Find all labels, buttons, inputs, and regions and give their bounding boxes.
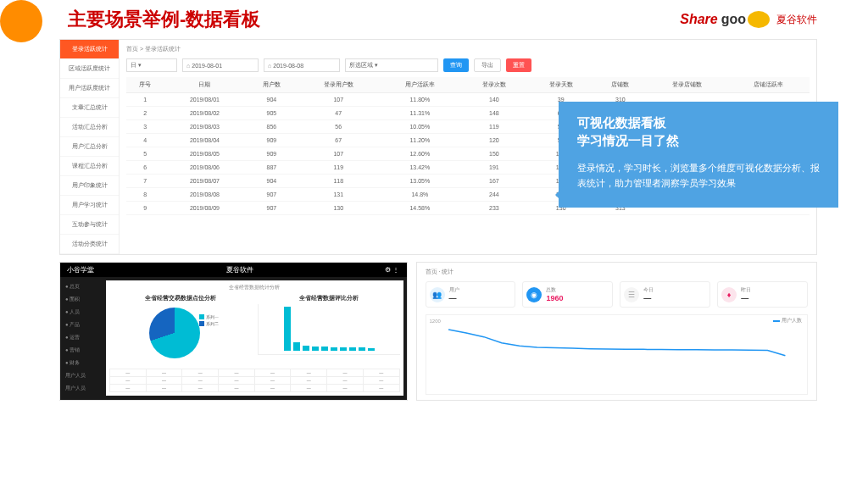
pie-title: 全省经营交易数据点位分析 [109, 294, 251, 302]
dark-subtitle: 全省经营数据统计分析 [109, 284, 400, 291]
sidebar-item[interactable]: 活动分类统计 [60, 235, 119, 254]
sidebar-item[interactable]: 用户学习统计 [60, 196, 119, 215]
users-icon: 👥 [430, 287, 445, 302]
col-header: 登录店铺数 [647, 77, 728, 93]
reset-button[interactable]: 重置 [506, 58, 531, 72]
dark-title: 夏谷软件 [226, 265, 253, 274]
logo-cn-text: 夏谷软件 [776, 13, 817, 27]
callout-title: 可视化数据看板 [577, 115, 823, 131]
sidebar-item[interactable]: 互动参与统计 [60, 215, 119, 235]
date-to-input[interactable]: 2019-08-08 [264, 58, 340, 72]
dside-item[interactable]: ● 运营 [64, 331, 99, 344]
dark-dashboard: 小谷学堂 夏谷软件 ⚙ ⋮ ● 总页 ● 面积 ● 人员 ● 产品 ● 运营 ●… [59, 262, 408, 401]
logo-share-text: Share [680, 12, 717, 27]
sidebar-item[interactable]: 登录活跃统计 [60, 40, 119, 59]
col-header: 登录次数 [460, 77, 527, 93]
col-header: 登录用户数 [298, 77, 379, 93]
sidebar-item[interactable]: 用户印象统计 [60, 176, 119, 196]
query-button[interactable]: 查询 [443, 58, 469, 72]
stat-card: ☰ 今日— [620, 281, 710, 308]
light-breadcrumb: 首页 · 统计 [426, 268, 809, 276]
date-from-input[interactable]: 2019-08-01 [182, 58, 259, 72]
stat-card: ♦ 昨日— [717, 281, 808, 308]
sidebar-item[interactable]: 区域活跃度统计 [60, 59, 119, 79]
line-chart: 用户人数 1200 [426, 314, 809, 395]
dside-item[interactable]: ● 总页 [64, 280, 99, 293]
pie-chart-icon [149, 308, 200, 358]
stat-card: 👥 用户— [426, 281, 516, 308]
calendar-icon [268, 63, 271, 69]
y-axis-max: 1200 [430, 319, 441, 324]
callout-subtitle: 学习情况一目了然 [577, 133, 823, 149]
bar-chart-box: 全省经营数据评比分析 [258, 294, 399, 363]
filter-bar: 日 ▾ 2019-08-01 2019-08-08 所选区域 ▾ 查询 导出 重… [126, 58, 810, 72]
dark-sidebar: ● 总页 ● 面积 ● 人员 ● 产品 ● 运营 ● 营销 ● 财务 用户人员 … [60, 277, 103, 399]
col-header: 店铺数 [594, 77, 647, 93]
dside-item[interactable]: ● 人员 [64, 306, 99, 319]
line-legend: 用户人数 [773, 317, 802, 324]
col-header: 日期 [164, 77, 245, 93]
mini-table: ———————————————————————— [109, 369, 400, 392]
callout-body: 登录情况，学习时长，浏览量多个维度可视化数据分析、报表统计，助力管理者洞察学员学… [577, 161, 823, 191]
light-dashboard: 首页 · 统计 👥 用户— ◉ 总数1960 ☰ 今日— ♦ 昨日— 用户人数 … [416, 262, 818, 401]
col-header: 序号 [126, 77, 164, 93]
sidebar-item[interactable]: 活动汇总分析 [60, 118, 119, 137]
sidebar: 登录活跃统计 区域活跃度统计 用户活跃度统计 文章汇总统计 活动汇总分析 用户汇… [60, 40, 120, 254]
page-title: 主要场景举例-数据看板 [68, 7, 260, 32]
pie-chart-box: 全省经营交易数据点位分析 系列一 系列二 [109, 294, 251, 363]
total-icon: ◉ [526, 287, 542, 302]
sidebar-item[interactable]: 课程汇总分析 [60, 157, 119, 176]
stat-card: ◉ 总数1960 [522, 281, 613, 308]
logo-goo-text: goo [721, 12, 746, 27]
dside-item[interactable]: ● 营销 [64, 344, 99, 357]
dark-brand: 小谷学堂 [67, 265, 94, 274]
dside-item[interactable]: ● 面积 [64, 293, 99, 306]
line-chart-svg [430, 319, 804, 386]
region-select[interactable]: 所选区域 ▾ [345, 58, 438, 72]
granularity-select[interactable]: 日 ▾ [126, 58, 177, 72]
col-header: 登录天数 [527, 77, 594, 93]
sidebar-item[interactable]: 用户活跃度统计 [60, 79, 119, 98]
callout-box: 可视化数据看板 学习情况一目了然 登录情况，学习时长，浏览量多个维度可视化数据分… [559, 102, 838, 208]
dside-item[interactable]: ● 产品 [64, 319, 99, 331]
bar-title: 全省经营数据评比分析 [258, 294, 399, 302]
calendar-icon [186, 63, 190, 69]
col-header: 用户活跃率 [379, 77, 460, 93]
breadcrumb: 首页 > 登录活跃统计 [126, 43, 810, 58]
today-icon: ☰ [624, 287, 639, 302]
export-button[interactable]: 导出 [474, 58, 501, 72]
pie-legend: 系列一 系列二 [199, 314, 219, 328]
col-header: 店铺活跃率 [728, 77, 810, 93]
dside-item[interactable]: 用户人员 [64, 382, 99, 395]
dark-main: 全省经营数据统计分析 全省经营交易数据点位分析 系列一 系列二 [106, 280, 403, 396]
stat-row: 👥 用户— ◉ 总数1960 ☰ 今日— ♦ 昨日— [426, 281, 809, 308]
col-header: 用户数 [246, 77, 298, 93]
logo-oval-icon [748, 11, 770, 28]
dark-icons: ⚙ ⋮ [385, 266, 399, 274]
sidebar-item[interactable]: 文章汇总统计 [60, 98, 119, 118]
gift-icon: ♦ [721, 287, 737, 302]
bottom-row: 小谷学堂 夏谷软件 ⚙ ⋮ ● 总页 ● 面积 ● 人员 ● 产品 ● 运营 ●… [59, 262, 817, 401]
sidebar-item[interactable]: 用户汇总分析 [60, 137, 119, 157]
logo: Sharegoo 夏谷软件 [680, 11, 817, 28]
bar-chart-icon [258, 304, 399, 355]
slide-header: 主要场景举例-数据看板 Sharegoo 夏谷软件 [0, 0, 868, 36]
dark-header: 小谷学堂 夏谷软件 ⚙ ⋮ [60, 263, 407, 277]
dside-item[interactable]: ● 财务 [64, 357, 99, 369]
dside-item[interactable]: 用户人员 [64, 369, 99, 382]
